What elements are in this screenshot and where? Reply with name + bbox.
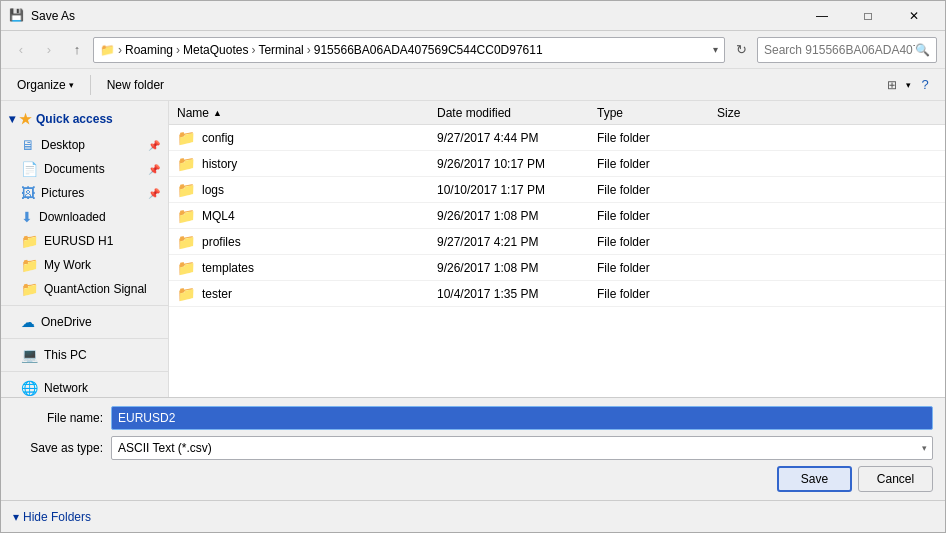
file-date: 9/27/2017 4:44 PM: [429, 131, 589, 145]
breadcrumb-current[interactable]: 915566BA06ADA407569C544CC0D97611: [314, 43, 543, 57]
sidebar-item-network[interactable]: 🌐 Network: [1, 376, 168, 397]
new-folder-label: New folder: [107, 78, 164, 92]
savetype-select[interactable]: ASCII Text (*.csv)CSV (*.csv)Text (*.txt…: [111, 436, 933, 460]
file-type: File folder: [589, 235, 709, 249]
filename-input[interactable]: [111, 406, 933, 430]
hide-folders-button[interactable]: ▾ Hide Folders: [13, 510, 91, 524]
documents-label: Documents: [44, 162, 105, 176]
sidebar-item-thispc[interactable]: 💻 This PC: [1, 343, 168, 367]
toolbar-separator: [90, 75, 91, 95]
window-icon: 💾: [9, 8, 25, 24]
network-label: Network: [44, 381, 88, 395]
table-row[interactable]: 📁 profiles 9/27/2017 4:21 PM File folder: [169, 229, 945, 255]
col-header-type[interactable]: Type: [589, 106, 709, 120]
table-row[interactable]: 📁 logs 10/10/2017 1:17 PM File folder: [169, 177, 945, 203]
eurusd-label: EURUSD H1: [44, 234, 113, 248]
sidebar-item-documents[interactable]: 📄 Documents 📌: [1, 157, 168, 181]
desktop-label: Desktop: [41, 138, 85, 152]
back-button[interactable]: ‹: [9, 38, 33, 62]
sidebar-item-mywork[interactable]: 📁 My Work: [1, 253, 168, 277]
table-row[interactable]: 📁 history 9/26/2017 10:17 PM File folder: [169, 151, 945, 177]
sidebar-quick-access-header[interactable]: ▾ ★ Quick access: [1, 105, 168, 133]
sidebar-item-pictures[interactable]: 🖼 Pictures 📌: [1, 181, 168, 205]
breadcrumb-dropdown-arrow[interactable]: ▾: [713, 44, 718, 55]
organize-label: Organize: [17, 78, 66, 92]
col-header-size[interactable]: Size: [709, 106, 789, 120]
documents-icon: 📄: [21, 161, 38, 177]
table-row[interactable]: 📁 tester 10/4/2017 1:35 PM File folder: [169, 281, 945, 307]
file-date: 9/26/2017 1:08 PM: [429, 209, 589, 223]
close-button[interactable]: ✕: [891, 1, 937, 31]
hide-folders-chevron-icon: ▾: [13, 510, 19, 524]
forward-button[interactable]: ›: [37, 38, 61, 62]
save-buttons: Save Cancel: [13, 466, 933, 492]
filename-row: File name:: [13, 406, 933, 430]
breadcrumb[interactable]: 📁 › Roaming › MetaQuotes › Terminal › 91…: [93, 37, 725, 63]
table-row[interactable]: 📁 MQL4 9/26/2017 1:08 PM File folder: [169, 203, 945, 229]
addressbar: ‹ › ↑ 📁 › Roaming › MetaQuotes › Termina…: [1, 31, 945, 69]
file-date: 10/4/2017 1:35 PM: [429, 287, 589, 301]
pin-icon-docs: 📌: [148, 164, 160, 175]
minimize-button[interactable]: —: [799, 1, 845, 31]
folder-icon: 📁: [177, 155, 196, 173]
save-button[interactable]: Save: [777, 466, 852, 492]
file-name: logs: [202, 183, 224, 197]
file-name: profiles: [202, 235, 241, 249]
pin-icon-pics: 📌: [148, 188, 160, 199]
thispc-label: This PC: [44, 348, 87, 362]
file-name: templates: [202, 261, 254, 275]
view-options: ⊞ ▾ ?: [880, 73, 937, 97]
col-header-date[interactable]: Date modified: [429, 106, 589, 120]
table-row[interactable]: 📁 templates 9/26/2017 1:08 PM File folde…: [169, 255, 945, 281]
search-box[interactable]: 🔍: [757, 37, 937, 63]
thispc-icon: 💻: [21, 347, 38, 363]
cancel-button[interactable]: Cancel: [858, 466, 933, 492]
file-type: File folder: [589, 209, 709, 223]
new-folder-button[interactable]: New folder: [99, 73, 172, 97]
mywork-label: My Work: [44, 258, 91, 272]
downloaded-icon: ⬇: [21, 209, 33, 225]
up-button[interactable]: ↑: [65, 38, 89, 62]
eurusd-folder-icon: 📁: [21, 233, 38, 249]
file-name: tester: [202, 287, 232, 301]
sidebar-item-downloaded[interactable]: ⬇ Downloaded: [1, 205, 168, 229]
organize-chevron-icon: ▾: [69, 80, 74, 90]
breadcrumb-terminal[interactable]: Terminal: [258, 43, 303, 57]
sidebar-item-eurusd[interactable]: 📁 EURUSD H1: [1, 229, 168, 253]
col-name-label: Name: [177, 106, 209, 120]
savetype-label: Save as type:: [13, 441, 103, 455]
maximize-button[interactable]: □: [845, 1, 891, 31]
help-button[interactable]: ?: [913, 73, 937, 97]
folder-icon: 📁: [177, 181, 196, 199]
star-icon: ★: [19, 111, 32, 127]
sidebar-divider-3: [1, 371, 168, 372]
folder-icon: 📁: [177, 233, 196, 251]
pin-icon: 📌: [148, 140, 160, 151]
view-toggle-button[interactable]: ⊞: [880, 73, 904, 97]
search-input[interactable]: [764, 43, 915, 57]
organize-button[interactable]: Organize ▾: [9, 73, 82, 97]
sidebar-item-desktop[interactable]: 🖥 Desktop 📌: [1, 133, 168, 157]
sidebar-divider-1: [1, 305, 168, 306]
file-area: Name ▲ Date modified Type Size 📁 config: [169, 101, 945, 397]
save-area: File name: Save as type: ASCII Text (*.c…: [1, 397, 945, 500]
file-date: 10/10/2017 1:17 PM: [429, 183, 589, 197]
filename-label: File name:: [13, 411, 103, 425]
breadcrumb-roaming[interactable]: Roaming: [125, 43, 173, 57]
titlebar: 💾 Save As — □ ✕: [1, 1, 945, 31]
folder-icon: 📁: [177, 129, 196, 147]
breadcrumb-metaquotes[interactable]: MetaQuotes: [183, 43, 248, 57]
col-header-name[interactable]: Name ▲: [169, 106, 429, 120]
pictures-icon: 🖼: [21, 185, 35, 201]
sidebar-item-quantaction[interactable]: 📁 QuantAction Signal: [1, 277, 168, 301]
file-type: File folder: [589, 287, 709, 301]
titlebar-buttons: — □ ✕: [799, 1, 937, 31]
col-type-label: Type: [597, 106, 623, 120]
window-title: Save As: [31, 9, 799, 23]
file-date: 9/26/2017 10:17 PM: [429, 157, 589, 171]
table-row[interactable]: 📁 config 9/27/2017 4:44 PM File folder: [169, 125, 945, 151]
onedrive-icon: ☁: [21, 314, 35, 330]
folder-icon: 📁: [177, 285, 196, 303]
sidebar-item-onedrive[interactable]: ☁ OneDrive: [1, 310, 168, 334]
refresh-button[interactable]: ↻: [729, 38, 753, 62]
